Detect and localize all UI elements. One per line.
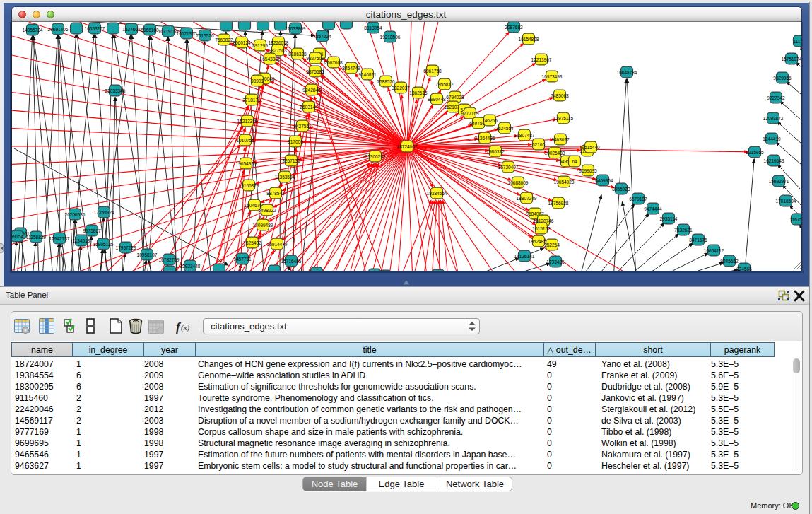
svg-text:16154808: 16154808 — [519, 37, 539, 42]
svg-text:7625402: 7625402 — [243, 240, 261, 245]
svg-text:1010755: 1010755 — [236, 138, 254, 143]
svg-text:15751074: 15751074 — [782, 57, 801, 62]
svg-text:14136141: 14136141 — [514, 254, 535, 259]
svg-text:18807249: 18807249 — [517, 196, 537, 201]
svg-text:8878542: 8878542 — [266, 191, 285, 196]
svg-text:1615152: 1615152 — [532, 226, 551, 231]
svg-text:11174: 11174 — [793, 39, 801, 44]
svg-text:9329966: 9329966 — [773, 76, 792, 81]
svg-text:16782759: 16782759 — [159, 257, 180, 262]
svg-text:17016504: 17016504 — [776, 199, 796, 204]
svg-text:39154: 39154 — [12, 234, 23, 239]
svg-text:9474444: 9474444 — [644, 206, 662, 211]
svg-text:2935114: 2935114 — [660, 216, 678, 221]
svg-text:15692971: 15692971 — [769, 179, 789, 184]
svg-text:10973493: 10973493 — [542, 74, 563, 79]
svg-text:746266: 746266 — [482, 118, 498, 123]
svg-text:11156829: 11156829 — [26, 235, 46, 240]
svg-text:6794028: 6794028 — [446, 95, 464, 100]
svg-text:6961758: 6961758 — [423, 69, 442, 74]
svg-text:7485063: 7485063 — [551, 93, 569, 98]
svg-text:10958107: 10958107 — [137, 252, 158, 257]
svg-text:2667608: 2667608 — [324, 60, 343, 65]
svg-text:8454749: 8454749 — [342, 66, 360, 71]
svg-text:16033809: 16033809 — [286, 26, 306, 31]
svg-text:5875685: 5875685 — [306, 69, 324, 74]
svg-text:2087682: 2087682 — [505, 25, 523, 30]
svg-text:25053346: 25053346 — [105, 88, 126, 93]
svg-text:18724007: 18724007 — [397, 144, 418, 149]
svg-text:12923448: 12923448 — [180, 264, 201, 269]
svg-text:252254: 252254 — [544, 243, 560, 247]
svg-text:9146821: 9146821 — [358, 72, 377, 77]
svg-text:10688609: 10688609 — [508, 180, 529, 185]
svg-text:21364436: 21364436 — [475, 136, 495, 141]
svg-text:9245652: 9245652 — [720, 259, 739, 264]
svg-text:14055724: 14055724 — [23, 28, 43, 33]
svg-text:2718176: 2718176 — [242, 98, 261, 103]
svg-text:3267130: 3267130 — [282, 158, 300, 163]
svg-text:19384554: 19384554 — [427, 191, 447, 196]
svg-text:16210643: 16210643 — [764, 158, 784, 163]
svg-text:16914479: 16914479 — [267, 242, 288, 247]
svg-text:8990448: 8990448 — [428, 97, 446, 102]
svg-text:9327508: 9327508 — [306, 56, 324, 61]
svg-text:1527602: 1527602 — [122, 27, 141, 32]
svg-text:8186328: 8186328 — [288, 52, 307, 57]
svg-text:14099489: 14099489 — [253, 223, 273, 228]
svg-text:891295: 891295 — [252, 43, 268, 48]
svg-text:19218506: 19218506 — [380, 35, 401, 40]
svg-text:9463627: 9463627 — [551, 137, 570, 142]
svg-text:8215955: 8215955 — [746, 150, 764, 155]
svg-text:6679197: 6679197 — [629, 197, 647, 201]
svg-text:12093872: 12093872 — [763, 116, 784, 121]
svg-text:19166829: 19166829 — [239, 183, 259, 188]
svg-text:3624554: 3624554 — [495, 126, 514, 131]
svg-text:10807487: 10807487 — [514, 133, 535, 138]
svg-text:917006: 917006 — [288, 139, 303, 144]
svg-text:9827503: 9827503 — [269, 48, 287, 53]
svg-text:7955812: 7955812 — [435, 82, 454, 87]
svg-text:20206536: 20206536 — [65, 212, 86, 217]
svg-text:16648784: 16648784 — [617, 70, 637, 75]
svg-text:64: 64 — [572, 159, 577, 164]
svg-text:12213389: 12213389 — [237, 119, 258, 124]
svg-text:6966160: 6966160 — [141, 28, 159, 33]
svg-text:7632621: 7632621 — [674, 228, 693, 233]
svg-text:62160: 62160 — [532, 142, 545, 147]
svg-text:2603144: 2603144 — [300, 105, 318, 110]
svg-text:9242848: 9242848 — [302, 88, 321, 93]
svg-text:7515526: 7515526 — [196, 33, 214, 38]
svg-text:18226058: 18226058 — [269, 40, 289, 45]
svg-text:10653267: 10653267 — [85, 26, 105, 31]
svg-text:11353594: 11353594 — [275, 175, 295, 180]
svg-text:16120746: 16120746 — [534, 218, 554, 223]
svg-text:9699695: 9699695 — [579, 168, 597, 173]
svg-text:9975867: 9975867 — [83, 228, 101, 233]
svg-text:12213967: 12213967 — [531, 57, 552, 62]
svg-text:7663822: 7663822 — [215, 37, 233, 42]
svg-text:(x): (x) — [181, 323, 190, 332]
svg-text:17957223: 17957223 — [116, 245, 136, 250]
svg-text:16409954: 16409954 — [593, 178, 613, 183]
svg-text:9227342: 9227342 — [767, 95, 785, 100]
svg-text:10654112: 10654112 — [704, 248, 724, 253]
svg-text:924566: 924566 — [736, 267, 752, 271]
svg-text:15720407: 15720407 — [498, 165, 519, 170]
svg-text:16671355: 16671355 — [177, 31, 197, 36]
svg-text:1134519: 1134519 — [73, 238, 90, 243]
svg-text:1362615: 1362615 — [409, 90, 428, 95]
svg-text:8813054: 8813054 — [364, 25, 382, 30]
svg-text:8471676: 8471676 — [689, 238, 707, 243]
svg-text:8955923: 8955923 — [612, 187, 630, 192]
svg-text:116753: 116753 — [789, 217, 801, 222]
svg-text:10025433: 10025433 — [545, 151, 565, 156]
svg-text:8427552: 8427552 — [293, 124, 312, 129]
svg-text:9515440: 9515440 — [582, 145, 600, 150]
svg-text:7986372: 7986372 — [486, 149, 505, 154]
svg-text:19654925: 19654925 — [236, 161, 257, 166]
svg-text:19756928: 19756928 — [548, 201, 569, 206]
svg-text:19654923: 19654923 — [554, 180, 575, 185]
svg-text:1244419: 1244419 — [763, 136, 781, 141]
svg-text:25300293: 25300293 — [365, 154, 386, 159]
